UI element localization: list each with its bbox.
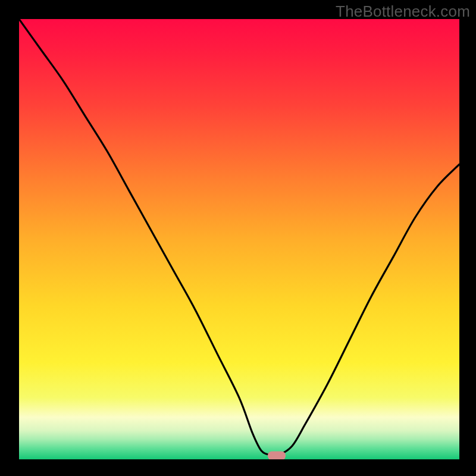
minimum-marker: [268, 452, 286, 459]
chart-frame: TheBottleneck.com: [0, 0, 476, 476]
watermark-text: TheBottleneck.com: [336, 2, 470, 21]
plot-area: [19, 19, 459, 459]
bottleneck-curve: [19, 19, 459, 459]
